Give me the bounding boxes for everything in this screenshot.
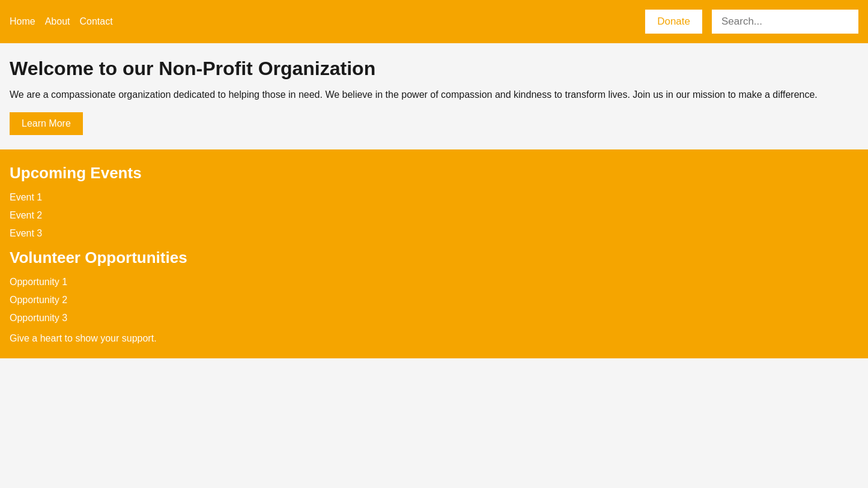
list-item: Event 3 bbox=[10, 228, 858, 239]
list-item: Event 2 bbox=[10, 210, 858, 221]
donate-button[interactable]: Donate bbox=[645, 10, 702, 34]
learn-more-button[interactable]: Learn More bbox=[10, 112, 83, 135]
events-title: Upcoming Events bbox=[10, 164, 858, 182]
events-list: Event 1 Event 2 Event 3 bbox=[10, 192, 858, 239]
header-right: Donate bbox=[645, 10, 858, 34]
list-item: Opportunity 2 bbox=[10, 295, 858, 306]
volunteer-title: Volunteer Opportunities bbox=[10, 249, 858, 267]
hero-section: Welcome to our Non-Profit Organization W… bbox=[0, 43, 868, 149]
nav-item-about[interactable]: About bbox=[45, 16, 70, 27]
volunteer-list: Opportunity 1 Opportunity 2 Opportunity … bbox=[10, 277, 858, 324]
list-item: Opportunity 1 bbox=[10, 277, 858, 288]
search-input[interactable] bbox=[712, 10, 858, 34]
nav-item-home[interactable]: Home bbox=[10, 16, 35, 27]
hero-title: Welcome to our Non-Profit Organization bbox=[10, 58, 858, 80]
site-header: Home About Contact Donate bbox=[0, 0, 868, 43]
main-nav: Home About Contact bbox=[10, 16, 113, 27]
footer-spacer bbox=[0, 358, 868, 430]
nav-item-contact[interactable]: Contact bbox=[80, 16, 113, 27]
content-section: Upcoming Events Event 1 Event 2 Event 3 … bbox=[0, 149, 868, 358]
list-item: Event 1 bbox=[10, 192, 858, 203]
volunteer-footer-text: Give a heart to show your support. bbox=[10, 333, 858, 344]
hero-description: We are a compassionate organization dedi… bbox=[10, 89, 858, 100]
list-item: Opportunity 3 bbox=[10, 313, 858, 324]
